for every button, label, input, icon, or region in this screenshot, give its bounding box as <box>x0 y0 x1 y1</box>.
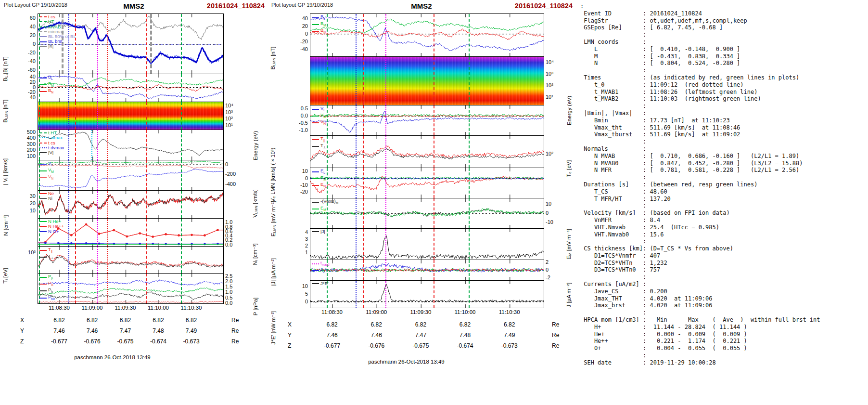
info-line: N MVAB0 : [ 0.847, 0.452, -0.280 ] (L3/L… <box>580 160 868 167</box>
series-plot <box>38 247 223 273</box>
position-unit: Re <box>231 327 239 334</box>
right-axis-column <box>544 168 572 198</box>
series-plot <box>310 105 544 135</box>
plot-area: BLBMBN <box>310 13 544 57</box>
y-tick-label: 400 <box>27 135 36 141</box>
right-axis-column <box>224 190 258 219</box>
info-line: LMN coords : <box>580 39 868 46</box>
panel-legend: VLVMVN <box>39 161 54 182</box>
right-axis-column <box>544 280 572 308</box>
legend-item: VL <box>312 106 326 113</box>
line-icon <box>39 290 47 291</box>
position-value: -0.673 <box>501 342 518 349</box>
figure-left: Plot Layout GP 19/10/2018 MMS2 20161024_… <box>2 0 266 405</box>
position-value: -0.676 <box>368 342 384 349</box>
info-line: VHT.Nmvab : 25.4 (HTcc = 0.985) <box>580 224 868 231</box>
y-tick-label: 40 <box>302 15 308 21</box>
right-tick-label: 0 <box>225 161 228 167</box>
y-tick-label: 10 <box>302 168 308 174</box>
legend-label: BN <box>48 88 53 95</box>
legend-label: EL <box>320 169 325 175</box>
y-tick-label: 40 <box>30 24 36 29</box>
panel-legend: T∥T⊥ <box>39 247 54 261</box>
dotted-line-icon <box>312 263 319 264</box>
right-axis-column: 2.52.01.51.00.50.0P [nPa] <box>224 273 258 304</box>
legend-item: VM <box>312 113 326 119</box>
series-VM <box>38 161 223 164</box>
line-icon <box>39 78 47 78</box>
info-line: N : [ 0.804, 0.524, -0.280 ] <box>580 60 868 67</box>
line-icon <box>39 221 47 222</box>
event-id: 20161024_110824 <box>515 2 573 10</box>
dashed-line-icon <box>39 143 47 144</box>
info-line: Jave_CS : 0.200 <box>580 288 868 295</box>
y-axis-column: N [cm⁻³]302010 <box>2 190 38 219</box>
right-tick-label: 2.0 <box>225 278 232 284</box>
plot-panel-row: N [cm⁻³]302010NeNi <box>2 190 266 219</box>
line-icon <box>312 116 319 117</box>
legend-item: PB <box>39 281 55 287</box>
plot-panel-row: | Vi | [km/s]500400300200100t HTt vlmaxt… <box>2 130 266 160</box>
info-line: SEH date : 2019-11-29 10:00:28 <box>580 359 868 366</box>
info-line: D1=TCS*Vnmfr : 407 <box>580 252 868 260</box>
right-axis-column: 10²Te [eV] <box>544 135 572 168</box>
panel-legend: t csHTMVABminmaxBL 50% of BLBL brst|B| <box>39 14 76 49</box>
y-tick-label: 2 <box>305 243 308 248</box>
plot-panel-row: T∥T⊥10²Te [eV] <box>269 135 574 168</box>
legend-label: VN <box>48 174 53 181</box>
figure-footer: paschmann 26-Oct-2018 13:49 <box>2 354 223 360</box>
y-tick-label: 20 <box>302 23 308 29</box>
y-axis-column <box>269 260 310 281</box>
legend-label: VL <box>48 161 53 168</box>
position-row: Y7.467.467.477.487.49Re <box>2 327 266 337</box>
y-axis-column <box>2 273 38 304</box>
panel-legend: t HTt vlmaxt cst dvmax|V| <box>39 131 64 155</box>
right-tick-label: 0 <box>546 267 549 273</box>
legend-label: N O+ <box>48 229 59 234</box>
line-icon <box>39 177 47 178</box>
line-icon <box>39 226 47 227</box>
series-plot <box>310 198 544 228</box>
line-icon <box>312 178 319 179</box>
series-VN <box>38 165 223 169</box>
plot-panel-row: |J| [µA m⁻²]4321|J| <box>269 228 574 260</box>
line-icon <box>312 31 319 32</box>
series-Ni <box>38 195 223 214</box>
position-row: Y7.467.467.477.487.49Re <box>269 331 574 341</box>
legend-item: t cs <box>39 14 76 19</box>
right-axis-column <box>224 13 258 74</box>
info-line: N MFR : [ 0.781, 0.581, -0.228 ] (L2/L1 … <box>580 167 868 174</box>
info-line: N MVAB : [ 0.710, 0.686, -0.160 ] (L2/L1… <box>580 153 868 160</box>
position-value: 7.49 <box>186 327 197 334</box>
info-line: He+ : 0.000 - 0.009 ( 0.009 ) <box>580 331 868 338</box>
time-axis: 11:08:3011:09:0011:09:3011:10:0011:10:30 <box>310 308 543 316</box>
series-plot <box>310 14 544 56</box>
info-line: GSEpos [Re] : [ 6.82, 7.45, -0.68 ] <box>580 24 868 31</box>
legend-item: N O+ <box>39 229 64 234</box>
legend-item: BM <box>39 81 54 88</box>
dashed-line-icon <box>39 21 47 22</box>
dashed-line-icon <box>39 132 47 133</box>
info-line: : <box>580 3 868 10</box>
time-tick-label: 11:10:00 <box>455 309 476 315</box>
info-line: Currents [uA/m2] : <box>580 281 868 288</box>
plot-panel-row: BLMN [nT]40200-20-40BLBMBN <box>2 74 266 102</box>
line-icon <box>39 231 47 232</box>
y-tick-label: 5 <box>305 291 308 297</box>
right-tick-label: -200 <box>225 171 236 177</box>
info-line: D2=TCS*VHTn : 1,232 <box>580 260 868 267</box>
legend-label: VN <box>320 119 326 126</box>
plot-area: ELEMEN <box>310 168 544 198</box>
y-axis-column <box>269 56 310 105</box>
info-line: Jmax_brst : 4.020 at 11:09:06 <box>580 302 868 309</box>
plot-panel-row: Ti [eV]10³T∥T⊥ <box>2 246 266 274</box>
position-unit: Re <box>231 317 239 324</box>
panel-legend: tmaxJJL <box>312 261 330 274</box>
line-icon <box>312 122 319 123</box>
legend-label: EM <box>320 206 326 212</box>
y-tick-label: -0.5 <box>299 120 308 126</box>
y-tick-label: 30 <box>30 193 36 199</box>
time-tick-label: 11:09:30 <box>410 309 431 315</box>
legend-label: |J| <box>320 229 325 234</box>
legend-item: |V| <box>39 150 64 155</box>
